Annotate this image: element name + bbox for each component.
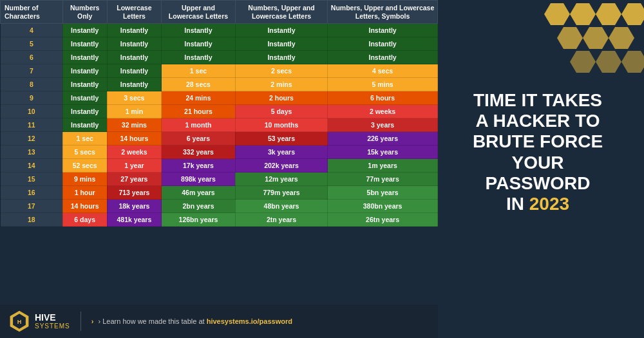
footer-link[interactable]: hivesystems.io/password: [207, 317, 292, 325]
svg-marker-11: [596, 51, 621, 73]
table-row: 161 hour713 years46m years779m years5bn …: [1, 186, 438, 200]
table-cell: 48bn years: [235, 200, 327, 213]
table-cell: 2 weeks: [107, 146, 161, 159]
table-cell: 6 days: [62, 213, 107, 227]
footer-cta: › › Learn how we made this table at hive…: [91, 317, 292, 325]
table-row: 1452 secs1 year17k years202k years1m yea…: [1, 159, 438, 173]
table-cell: 28 secs: [162, 78, 236, 91]
table-cell: 32 mins: [107, 118, 161, 132]
honeycomb-decoration: [515, 0, 644, 103]
svg-marker-4: [570, 3, 596, 25]
table-cell: 4 secs: [328, 64, 438, 78]
row-number: 18: [1, 213, 63, 227]
table-row: 10Instantly1 min21 hours5 days2 weeks: [1, 105, 438, 118]
table-cell: Instantly: [162, 51, 236, 64]
table-cell: 713 years: [107, 186, 161, 200]
table-cell: 15k years: [328, 146, 438, 159]
row-number: 8: [1, 78, 63, 91]
table-row: 11Instantly32 mins1 month10 months3 year…: [1, 118, 438, 132]
table-row: 135 secs2 weeks332 years3k years15k year…: [1, 146, 438, 159]
svg-marker-9: [609, 27, 634, 49]
right-title: TIME IT TAKES A HACKER TO BRUTE FORCE YO…: [473, 90, 603, 214]
table-cell: Instantly: [62, 91, 107, 105]
table-cell: Instantly: [62, 37, 107, 51]
table-cell: 380bn years: [328, 200, 438, 213]
table-cell: 24 mins: [162, 91, 236, 105]
row-number: 5: [1, 37, 63, 51]
table-cell: 6 hours: [328, 91, 438, 105]
table-cell: 10 months: [235, 118, 327, 132]
table-cell: 18k years: [107, 200, 161, 213]
footer-bar: H HIVESYSTEMS › › Learn how we made this…: [0, 305, 438, 338]
table-cell: 3 secs: [107, 91, 161, 105]
table-cell: 202k years: [235, 159, 327, 173]
row-number: 4: [1, 24, 63, 37]
hive-brand-text: HIVESYSTEMS: [35, 313, 70, 330]
table-cell: 226 years: [328, 132, 438, 146]
table-cell: 5 days: [235, 105, 327, 118]
col-header-num: Number of Characters: [1, 1, 63, 24]
svg-marker-8: [583, 27, 609, 49]
row-number: 10: [1, 105, 63, 118]
table-cell: 53 years: [235, 132, 327, 146]
table-cell: Instantly: [328, 24, 438, 37]
col-header-lower: Lowercase Letters: [107, 1, 161, 24]
table-cell: Instantly: [328, 37, 438, 51]
table-cell: 52 secs: [62, 159, 107, 173]
table-cell: 21 hours: [162, 105, 236, 118]
table-cell: 1 year: [107, 159, 161, 173]
footer-divider: [80, 312, 81, 331]
table-cell: 6 years: [162, 132, 236, 146]
table-cell: 46m years: [162, 186, 236, 200]
table-cell: Instantly: [162, 37, 236, 51]
row-number: 15: [1, 173, 63, 186]
svg-marker-3: [544, 3, 570, 25]
table-cell: 1 month: [162, 118, 236, 132]
table-cell: 5 mins: [328, 78, 438, 91]
table-cell: 5 secs: [62, 146, 107, 159]
svg-marker-10: [570, 51, 596, 73]
table-row: 121 sec14 hours6 years53 years226 years: [1, 132, 438, 146]
table-cell: 898k years: [162, 173, 236, 186]
table-cell: 9 mins: [62, 173, 107, 186]
table-cell: Instantly: [328, 51, 438, 64]
table-cell: Instantly: [235, 37, 327, 51]
table-cell: Instantly: [107, 24, 161, 37]
table-row: 1714 hours18k years2bn years48bn years38…: [1, 200, 438, 213]
hive-logo: H HIVESYSTEMS: [8, 310, 70, 333]
table-cell: 27 years: [107, 173, 161, 186]
hive-hex-icon: H: [8, 310, 31, 333]
left-panel: Number of Characters Numbers Only Lowerc…: [0, 0, 438, 338]
table-cell: 14 hours: [107, 132, 161, 146]
table-cell: 12m years: [235, 173, 327, 186]
table-cell: Instantly: [107, 64, 161, 78]
row-number: 9: [1, 91, 63, 105]
table-cell: 1 hour: [62, 186, 107, 200]
row-number: 13: [1, 146, 63, 159]
col-header-upper-lower: Upper and Lowercase Letters: [162, 1, 236, 24]
table-container: Number of Characters Numbers Only Lowerc…: [0, 0, 438, 305]
table-cell: 3k years: [235, 146, 327, 159]
table-cell: 2 secs: [235, 64, 327, 78]
table-cell: 2tn years: [235, 213, 327, 227]
table-cell: Instantly: [162, 24, 236, 37]
table-cell: 1 sec: [162, 64, 236, 78]
table-row: 4InstantlyInstantlyInstantlyInstantlyIns…: [1, 24, 438, 37]
table-cell: Instantly: [62, 64, 107, 78]
table-row: 9Instantly3 secs24 mins2 hours6 hours: [1, 91, 438, 105]
table-cell: 14 hours: [62, 200, 107, 213]
table-cell: Instantly: [107, 78, 161, 91]
svg-marker-6: [621, 3, 644, 25]
row-number: 16: [1, 186, 63, 200]
svg-marker-12: [621, 51, 644, 73]
table-cell: Instantly: [62, 78, 107, 91]
table-row: 5InstantlyInstantlyInstantlyInstantlyIns…: [1, 37, 438, 51]
col-header-num-upper-lower: Numbers, Upper and Lowercase Letters: [235, 1, 327, 24]
table-cell: 1m years: [328, 159, 438, 173]
table-cell: 26tn years: [328, 213, 438, 227]
table-cell: Instantly: [235, 24, 327, 37]
table-cell: 5bn years: [328, 186, 438, 200]
table-cell: Instantly: [62, 118, 107, 132]
svg-marker-5: [596, 3, 621, 25]
table-cell: 332 years: [162, 146, 236, 159]
